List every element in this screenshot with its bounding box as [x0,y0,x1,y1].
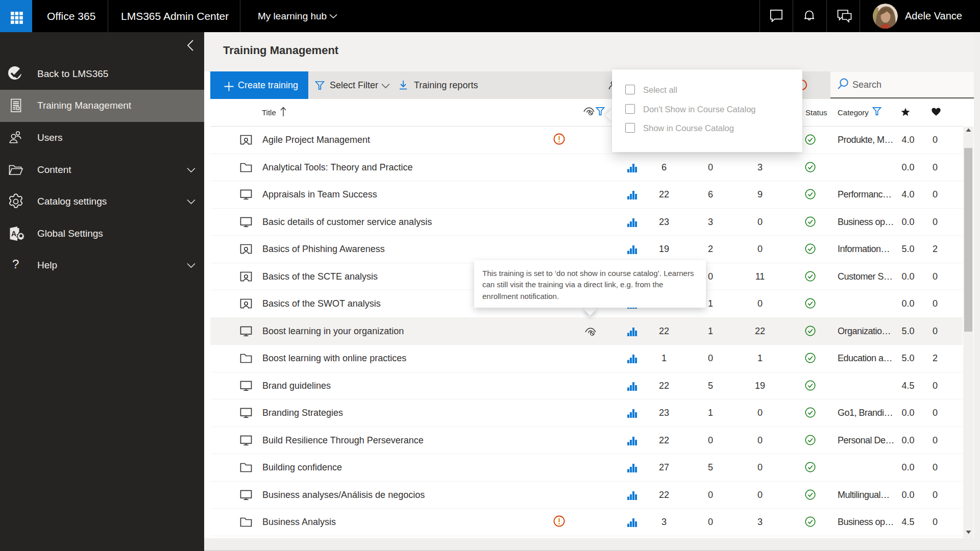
svg-text:A: A [11,230,16,238]
